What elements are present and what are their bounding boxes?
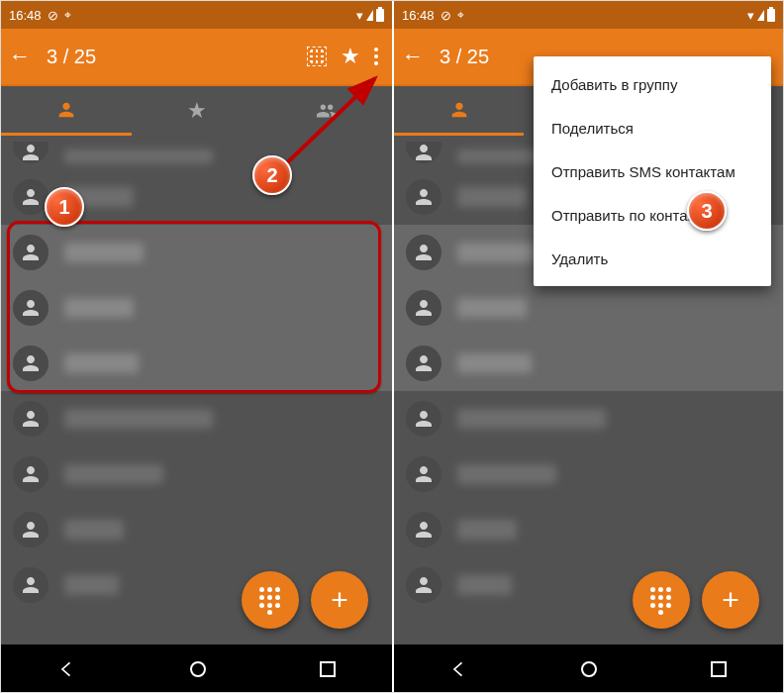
avatar — [13, 142, 49, 163]
contact-name-blurred — [64, 298, 134, 318]
avatar — [13, 456, 49, 492]
plus-icon: + — [722, 585, 739, 615]
menu-send-to-contacts[interactable]: Отправить по контактам — [534, 193, 771, 237]
menu-add-to-group[interactable]: Добавить в группу — [534, 62, 771, 106]
contact-name-blurred — [64, 575, 119, 595]
status-time: 16:48 — [9, 8, 42, 23]
fab-add-contact[interactable]: + — [311, 571, 368, 629]
fab-add-contact[interactable]: + — [702, 571, 759, 629]
list-item-selected[interactable] — [394, 336, 783, 391]
tab-groups[interactable] — [261, 86, 392, 136]
nav-home-icon[interactable] — [580, 660, 598, 678]
svg-rect-4 — [712, 662, 726, 676]
contact-name-blurred — [64, 243, 144, 262]
svg-point-0 — [191, 662, 205, 676]
avatar — [406, 401, 441, 437]
list-item[interactable] — [1, 134, 392, 169]
list-item[interactable] — [1, 391, 392, 446]
contact-name-blurred — [64, 187, 134, 207]
nav-home-icon[interactable] — [189, 660, 207, 678]
menu-send-sms[interactable]: Отправить SMS контактам — [534, 149, 771, 193]
nav-back-icon[interactable] — [57, 659, 77, 679]
avatar — [406, 567, 441, 603]
avatar — [13, 346, 49, 381]
contact-name-blurred — [64, 409, 213, 429]
status-bar: 16:48 ⊘ ⌖ ▾ — [394, 1, 783, 29]
list-item-selected[interactable] — [1, 336, 392, 391]
no-sim-icon: ⊘ — [48, 8, 58, 23]
avatar — [406, 235, 441, 270]
tab-contacts[interactable] — [394, 86, 524, 136]
avatar — [13, 567, 49, 603]
list-item-selected[interactable] — [1, 280, 392, 336]
back-button[interactable]: ← — [9, 44, 31, 69]
tab-favorites[interactable]: ★ — [132, 86, 262, 136]
avatar — [406, 179, 441, 215]
svg-point-3 — [582, 662, 596, 676]
menu-delete[interactable]: Удалить — [534, 237, 771, 280]
contact-name-blurred — [457, 243, 537, 262]
location-icon: ⌖ — [64, 8, 71, 22]
star-icon[interactable]: ★ — [341, 44, 360, 69]
contact-name-blurred — [457, 520, 517, 540]
list-item-selected[interactable] — [1, 225, 392, 280]
no-sim-icon: ⊘ — [441, 8, 451, 23]
list-item[interactable] — [394, 446, 783, 502]
contact-name-blurred — [457, 575, 512, 595]
contact-name-blurred — [457, 187, 527, 207]
contact-list[interactable] — [1, 134, 392, 613]
nav-recent-icon[interactable] — [319, 660, 337, 678]
list-item[interactable] — [394, 502, 783, 557]
contact-name-blurred — [457, 409, 606, 429]
signal-icon — [757, 10, 764, 21]
nav-back-icon[interactable] — [449, 659, 469, 679]
back-button[interactable]: ← — [402, 44, 424, 69]
status-bar: 16:48 ⊘ ⌖ ▾ — [1, 1, 392, 29]
contact-name-blurred — [64, 353, 139, 373]
list-item[interactable] — [1, 502, 392, 557]
list-item[interactable] — [1, 169, 392, 225]
svg-rect-1 — [321, 662, 335, 676]
avatar — [406, 456, 441, 492]
avatar — [406, 512, 441, 547]
contact-name-blurred — [457, 353, 532, 373]
avatar — [13, 401, 49, 437]
nav-bar — [1, 644, 392, 693]
battery-icon — [767, 9, 775, 22]
selection-count: 3 / 25 — [47, 46, 96, 68]
nav-recent-icon[interactable] — [710, 660, 728, 678]
signal-icon — [366, 10, 373, 21]
fab-dialpad[interactable] — [242, 571, 299, 629]
list-item[interactable] — [394, 391, 783, 446]
battery-icon — [376, 9, 384, 22]
overflow-menu-button[interactable] — [374, 48, 378, 65]
wifi-icon: ▾ — [356, 8, 363, 23]
fab-dialpad[interactable] — [633, 571, 690, 629]
status-time: 16:48 — [402, 8, 435, 23]
contact-name-blurred — [64, 464, 163, 484]
phone-right: 16:48 ⊘ ⌖ ▾ ← 3 / 25 — [392, 1, 783, 693]
tab-contacts[interactable] — [1, 86, 132, 136]
tabs: ★ — [1, 86, 392, 136]
avatar — [13, 290, 49, 326]
phone-left: 16:48 ⊘ ⌖ ▾ ← 3 / 25 ★ ★ — [1, 1, 392, 693]
contact-name-blurred — [64, 149, 213, 163]
plus-icon: + — [331, 585, 348, 615]
list-item-selected[interactable] — [394, 280, 783, 336]
menu-share[interactable]: Поделиться — [534, 106, 771, 149]
list-item[interactable] — [1, 446, 392, 502]
selection-count: 3 / 25 — [440, 46, 489, 68]
avatar — [13, 235, 49, 270]
nav-bar — [394, 644, 783, 693]
avatar — [406, 290, 441, 326]
overflow-menu: Добавить в группу Поделиться Отправить S… — [534, 56, 771, 286]
select-all-icon[interactable] — [307, 47, 327, 66]
avatar — [406, 142, 441, 163]
location-icon: ⌖ — [457, 8, 464, 22]
avatar — [406, 346, 441, 381]
action-bar: ← 3 / 25 ★ — [1, 29, 392, 86]
contact-name-blurred — [457, 298, 527, 318]
wifi-icon: ▾ — [747, 8, 754, 23]
contact-name-blurred — [457, 464, 556, 484]
star-outline-icon: ★ — [187, 98, 207, 124]
